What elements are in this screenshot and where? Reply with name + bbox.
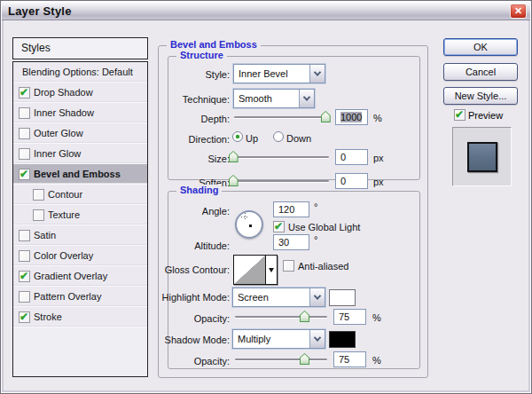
- cancel-button[interactable]: Cancel: [443, 63, 518, 81]
- depth-label: Depth:: [150, 114, 230, 124]
- preview-area: [452, 127, 512, 186]
- new-style-button[interactable]: New Style...: [443, 87, 518, 105]
- style-enable-checkbox[interactable]: [19, 291, 30, 303]
- angle-unit: °: [314, 201, 317, 212]
- sidebar-item-inner-shadow[interactable]: Inner Shadow: [13, 103, 147, 123]
- sidebar-item-inner-glow[interactable]: Inner Glow: [13, 144, 147, 164]
- style-select[interactable]: Inner Bevel: [233, 64, 325, 83]
- technique-select[interactable]: Smooth: [233, 89, 315, 108]
- direction-up-label: Up: [246, 133, 258, 144]
- highlight-mode-value: Screen: [233, 292, 309, 303]
- layer-style-dialog: Layer Style ✕ Styles Blending Options: D…: [0, 0, 532, 394]
- chevron-down-icon[interactable]: [309, 65, 325, 83]
- shadow-opacity-unit: %: [372, 355, 381, 366]
- technique-select-value: Smooth: [234, 93, 299, 104]
- altitude-input[interactable]: 30: [273, 234, 309, 250]
- size-slider[interactable]: [229, 150, 329, 163]
- highlight-mode-select[interactable]: Screen: [232, 288, 325, 307]
- soften-slider-thumb[interactable]: [229, 175, 239, 186]
- triangle-down-icon: [269, 268, 274, 275]
- shading-title: Shading: [176, 185, 222, 195]
- preview-thumbnail: [467, 142, 497, 172]
- style-enable-checkbox[interactable]: [19, 107, 30, 119]
- anti-aliased-label: Anti-aliased: [298, 261, 348, 272]
- anti-aliased-checkbox[interactable]: [283, 260, 294, 272]
- angle-crosshair-icon: [241, 213, 249, 221]
- sidebar-item-contour[interactable]: Contour: [13, 185, 147, 205]
- style-enable-checkbox[interactable]: [19, 250, 30, 262]
- size-unit: px: [373, 153, 384, 163]
- window-title: Layer Style: [8, 4, 72, 18]
- highlight-color-swatch[interactable]: [329, 289, 356, 306]
- styles-panel-header: Styles: [12, 37, 148, 59]
- ok-button[interactable]: OK: [443, 38, 518, 56]
- style-enable-checkbox[interactable]: [33, 189, 44, 201]
- style-enable-checkbox[interactable]: [19, 128, 30, 139]
- chevron-down-icon[interactable]: [299, 90, 314, 107]
- use-global-light-checkbox[interactable]: [273, 221, 285, 232]
- style-enable-checkbox[interactable]: [19, 230, 30, 241]
- style-item-label: Contour: [48, 189, 82, 200]
- styles-list: Blending Options: DefaultDrop ShadowInne…: [12, 61, 148, 377]
- sidebar-item-pattern-overlay[interactable]: Pattern Overlay: [13, 287, 147, 307]
- highlight-mode-label: Highlight Mode:: [143, 292, 230, 303]
- style-item-label: Stroke: [34, 311, 62, 322]
- angle-input[interactable]: 120: [273, 201, 309, 217]
- sidebar-item-blending-options-default[interactable]: Blending Options: Default: [13, 62, 147, 83]
- gloss-contour-label: Gloss Contour:: [143, 264, 230, 275]
- angle-label: Angle:: [143, 206, 230, 217]
- size-label: Size:: [150, 154, 230, 164]
- sidebar-item-texture[interactable]: Texture: [13, 205, 147, 225]
- style-enable-checkbox[interactable]: [19, 148, 30, 160]
- style-enable-checkbox[interactable]: [19, 271, 30, 282]
- shadow-opacity-input[interactable]: 75: [333, 351, 366, 367]
- highlight-opacity-slider[interactable]: [235, 310, 327, 323]
- chevron-down-icon[interactable]: [309, 330, 325, 348]
- soften-input[interactable]: 0: [335, 173, 368, 189]
- sidebar-item-gradient-overlay[interactable]: Gradient Overlay: [13, 266, 147, 287]
- titlebar[interactable]: Layer Style ✕: [2, 2, 530, 20]
- soften-slider[interactable]: [229, 174, 329, 187]
- direction-label: Direction:: [150, 134, 230, 145]
- gloss-contour-thumbnail[interactable]: [234, 256, 266, 284]
- style-item-label: Drop Shadow: [34, 87, 93, 98]
- sidebar-item-stroke[interactable]: Stroke: [13, 307, 147, 327]
- chevron-down-icon[interactable]: [309, 288, 325, 306]
- depth-slider[interactable]: [234, 110, 329, 123]
- gloss-contour-picker[interactable]: [233, 255, 278, 285]
- angle-dial[interactable]: [235, 210, 263, 239]
- shadow-opacity-thumb[interactable]: [300, 353, 309, 365]
- shadow-mode-value: Multiply: [233, 334, 309, 344]
- altitude-unit: °: [314, 234, 317, 245]
- highlight-opacity-thumb[interactable]: [300, 311, 309, 322]
- size-input[interactable]: 0: [335, 149, 368, 165]
- gloss-contour-dropdown[interactable]: [266, 256, 277, 284]
- shadow-mode-label: Shadow Mode:: [143, 335, 230, 345]
- style-item-label: Bevel and Emboss: [34, 169, 121, 179]
- sidebar-item-bevel-and-emboss[interactable]: Bevel and Emboss: [13, 164, 147, 185]
- style-enable-checkbox[interactable]: [33, 209, 44, 221]
- depth-input[interactable]: 1000: [335, 109, 368, 125]
- shadow-opacity-slider[interactable]: [235, 352, 327, 366]
- direction-down-radio[interactable]: [273, 131, 284, 142]
- close-icon[interactable]: ✕: [510, 4, 527, 19]
- sidebar-item-drop-shadow[interactable]: Drop Shadow: [13, 83, 147, 103]
- sidebar-item-color-overlay[interactable]: Color Overlay: [13, 246, 147, 266]
- highlight-opacity-input[interactable]: 75: [333, 309, 366, 325]
- style-enable-checkbox[interactable]: [19, 87, 30, 98]
- highlight-opacity-label: Opacity:: [143, 313, 230, 324]
- style-item-label: Pattern Overlay: [34, 291, 101, 302]
- shadow-mode-select[interactable]: Multiply: [232, 329, 325, 349]
- technique-label: Technique:: [150, 94, 230, 105]
- style-enable-checkbox[interactable]: [19, 311, 30, 323]
- preview-checkbox[interactable]: [454, 109, 466, 121]
- sidebar-item-satin[interactable]: Satin: [13, 225, 147, 246]
- shadow-color-swatch[interactable]: [329, 331, 356, 348]
- shadow-opacity-label: Opacity:: [143, 356, 230, 366]
- style-item-label: Satin: [34, 230, 56, 240]
- sidebar-item-outer-glow[interactable]: Outer Glow: [13, 123, 147, 144]
- direction-up-radio[interactable]: [232, 131, 243, 142]
- style-enable-checkbox[interactable]: [19, 169, 30, 180]
- size-slider-thumb[interactable]: [229, 151, 239, 162]
- style-item-label: Inner Shadow: [34, 107, 94, 118]
